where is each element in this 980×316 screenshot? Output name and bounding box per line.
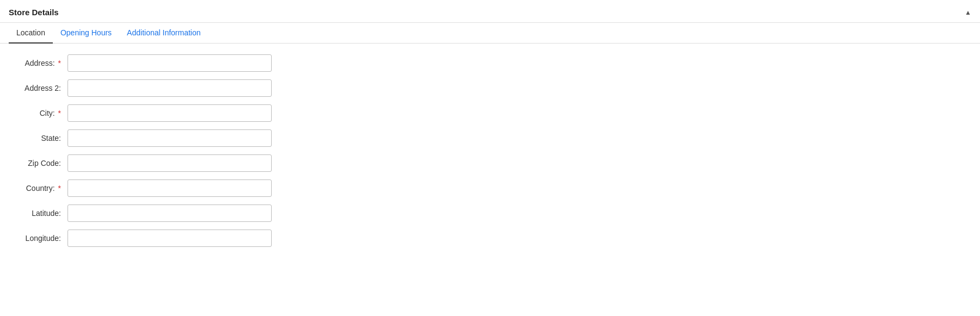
form-row-latitude: Latitude:	[13, 205, 967, 222]
tab-opening-hours[interactable]: Opening Hours	[53, 23, 119, 44]
tab-additional-information[interactable]: Additional Information	[119, 23, 208, 44]
form-row-country: Country: *	[13, 179, 967, 197]
label-state: State:	[13, 134, 68, 142]
label-address: Address: *	[13, 59, 68, 67]
form-content: Address: * Address 2: City: * State: Zip…	[0, 44, 980, 265]
input-city[interactable]	[68, 104, 272, 122]
label-city: City: *	[13, 109, 68, 117]
store-details-title: Store Details	[9, 8, 59, 17]
input-country[interactable]	[68, 179, 272, 197]
form-row-city: City: *	[13, 104, 967, 122]
page-wrapper: Store Details ▲ Location Opening Hours A…	[0, 0, 980, 316]
store-details-header: Store Details ▲	[0, 0, 980, 23]
form-row-zipcode: Zip Code:	[13, 154, 967, 172]
tab-location[interactable]: Location	[9, 23, 53, 44]
form-row-state: State:	[13, 129, 967, 147]
tabs-bar: Location Opening Hours Additional Inform…	[0, 23, 980, 44]
input-address2[interactable]	[68, 79, 272, 97]
form-row-longitude: Longitude:	[13, 230, 967, 247]
label-address2: Address 2:	[13, 84, 68, 92]
input-latitude[interactable]	[68, 205, 272, 222]
required-star-country: *	[58, 184, 61, 193]
input-state[interactable]	[68, 129, 272, 147]
label-country: Country: *	[13, 184, 68, 193]
input-zipcode[interactable]	[68, 154, 272, 172]
required-star-address: *	[58, 59, 61, 67]
form-row-address2: Address 2:	[13, 79, 967, 97]
form-row-address: Address: *	[13, 54, 967, 72]
label-zipcode: Zip Code:	[13, 159, 68, 168]
label-longitude: Longitude:	[13, 234, 68, 243]
collapse-icon[interactable]: ▲	[965, 9, 971, 16]
label-latitude: Latitude:	[13, 209, 68, 218]
input-address[interactable]	[68, 54, 272, 72]
input-longitude[interactable]	[68, 230, 272, 247]
required-star-city: *	[58, 109, 61, 117]
